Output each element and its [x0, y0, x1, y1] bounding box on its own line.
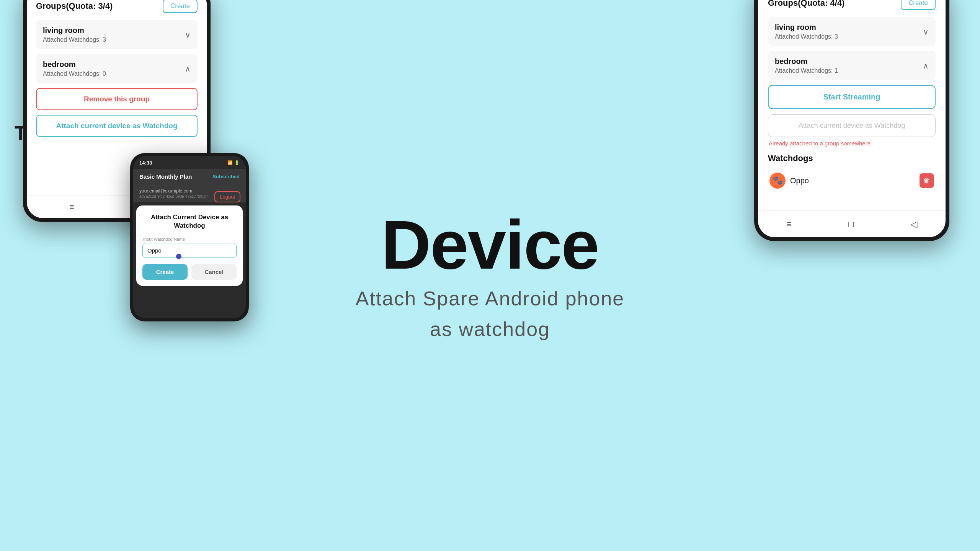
- left-bedroom-watchdogs: Attached Watchdogs: 0: [43, 70, 106, 77]
- watchdog-name-oppo: Oppo: [790, 176, 809, 185]
- right-group-living-room: living room Attached Watchdogs: 3 ∨: [768, 17, 936, 46]
- middle-dialog-title: Attach Current Device as Watchdog: [142, 213, 237, 230]
- middle-phone: 14:33 📶 🔋 Basic Monthly Plan Subscribed …: [130, 153, 249, 321]
- middle-watchdog-name-input[interactable]: [142, 243, 237, 258]
- watchdogs-section-title: Watchdogs: [768, 153, 936, 163]
- right-groups-title: Groups(Quota: 4/4): [768, 0, 844, 8]
- watchdog-list-item-oppo: 🐾 Oppo 🗑: [768, 169, 936, 192]
- middle-attach-dialog: Attach Current Device as Watchdog Input …: [136, 205, 243, 286]
- right-group-bedroom-header[interactable]: bedroom Attached Watchdogs: 1 ∧: [775, 57, 929, 74]
- left-groups-header: Groups(Quota: 3/4) Create: [36, 0, 198, 13]
- remove-group-button[interactable]: Remove this group: [36, 88, 198, 110]
- watchdog-avatar-oppo: 🐾: [769, 173, 786, 189]
- left-nav-menu-icon[interactable]: ≡: [69, 202, 74, 212]
- middle-plan-name: Basic Monthly Plan: [139, 173, 192, 180]
- right-group-bedroom-info: bedroom Attached Watchdogs: 1: [775, 57, 838, 74]
- right-bedroom-watchdogs: Attached Watchdogs: 1: [775, 67, 838, 74]
- right-phone-content: Groups(Quota: 4/4) Create living room At…: [758, 0, 946, 210]
- middle-phone-screen: 14:33 📶 🔋 Basic Monthly Plan Subscribed …: [133, 156, 246, 318]
- right-phone-screen: Groups(Quota: 4/4) Create living room At…: [758, 0, 946, 237]
- battery-icon: 🔋: [234, 160, 240, 165]
- input-cursor: [176, 254, 181, 259]
- right-living-room-name: living room: [775, 23, 838, 32]
- left-groups-title: Groups(Quota: 3/4): [36, 1, 113, 11]
- right-group-bedroom: bedroom Attached Watchdogs: 1 ∧: [768, 51, 936, 80]
- center-subtitle-line2: as watchdog: [356, 318, 624, 341]
- right-attach-disabled-btn: Attach current device as Watchdog: [768, 114, 936, 137]
- right-group-living-room-info: living room Attached Watchdogs: 3: [775, 23, 838, 40]
- middle-time: 14:33: [139, 160, 152, 166]
- middle-input-label: Input Watchdog Name: [142, 237, 237, 241]
- middle-subscribed-badge: Subscribed: [212, 174, 240, 179]
- right-bedroom-chevron: ∧: [923, 61, 929, 70]
- left-living-room-name: living room: [43, 26, 106, 35]
- left-group-bedroom-header[interactable]: bedroom Attached Watchdogs: 0 ∧: [43, 60, 191, 77]
- right-phone: Groups(Quota: 4/4) Create living room At…: [754, 0, 949, 241]
- center-title: Device: [356, 210, 624, 279]
- center-area: Device Attach Spare Android phone as wat…: [356, 210, 624, 341]
- right-groups-header: Groups(Quota: 4/4) Create: [768, 0, 936, 10]
- middle-dialog-buttons: Create Cancel: [142, 264, 237, 280]
- left-living-room-watchdogs: Attached Watchdogs: 3: [43, 36, 106, 43]
- wifi-icon: 📶: [227, 160, 233, 165]
- already-attached-text: Already attached to a group somewhere: [768, 140, 936, 147]
- middle-status-icons: 📶 🔋: [227, 160, 240, 165]
- right-nav-back-icon[interactable]: ◁: [910, 219, 917, 230]
- left-group-bedroom: bedroom Attached Watchdogs: 0 ∧: [36, 54, 198, 83]
- left-bedroom-chevron: ∧: [185, 64, 191, 73]
- middle-dialog-cancel-button[interactable]: Cancel: [191, 264, 237, 280]
- right-create-button[interactable]: Create: [901, 0, 936, 10]
- right-phone-nav: ≡ □ ◁: [758, 210, 946, 237]
- left-group-bedroom-info: bedroom Attached Watchdogs: 0: [43, 60, 106, 77]
- watchdog-item-left: 🐾 Oppo: [769, 173, 809, 189]
- left-living-room-chevron: ∨: [185, 30, 191, 39]
- right-living-room-chevron: ∨: [923, 27, 929, 36]
- right-bedroom-name: bedroom: [775, 57, 838, 66]
- left-attach-watchdog-button[interactable]: Attach current device as Watchdog: [36, 115, 198, 137]
- right-group-living-room-header[interactable]: living room Attached Watchdogs: 3 ∨: [775, 23, 929, 40]
- middle-status-bar: 14:33 📶 🔋: [133, 156, 246, 169]
- left-create-button[interactable]: Create: [163, 0, 198, 13]
- right-living-room-watchdogs: Attached Watchdogs: 3: [775, 33, 838, 40]
- middle-plan-bar: Basic Monthly Plan Subscribed: [133, 169, 246, 184]
- start-streaming-button[interactable]: Start Streaming: [768, 85, 936, 109]
- middle-dialog-create-button[interactable]: Create: [142, 264, 188, 280]
- right-nav-menu-icon[interactable]: ≡: [786, 219, 792, 230]
- middle-logout-button[interactable]: Logout: [214, 191, 240, 202]
- left-group-living-room: living room Attached Watchdogs: 3 ∨: [36, 20, 198, 49]
- left-group-living-room-info: living room Attached Watchdogs: 3: [43, 26, 106, 43]
- watchdog-delete-button-oppo[interactable]: 🗑: [920, 173, 934, 188]
- center-subtitle-line1: Attach Spare Android phone: [356, 287, 624, 310]
- left-bedroom-name: bedroom: [43, 60, 106, 69]
- left-group-living-room-header[interactable]: living room Attached Watchdogs: 3 ∨: [43, 26, 191, 43]
- right-nav-square-icon[interactable]: □: [848, 219, 854, 230]
